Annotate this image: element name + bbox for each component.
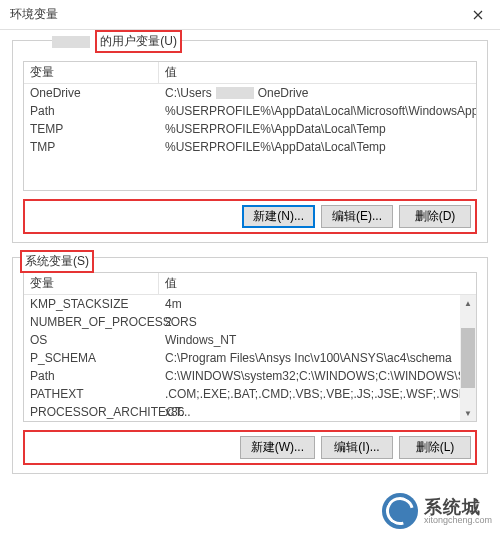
list-header: 变量 值 — [24, 62, 476, 84]
user-variables-list[interactable]: 变量 值 OneDrive C:\Users OneDrive Path — [23, 61, 477, 191]
user-delete-button[interactable]: 删除(D) — [399, 205, 471, 228]
val-prefix: C:\Users — [165, 86, 212, 100]
scroll-up-icon[interactable]: ▲ — [460, 295, 476, 311]
header-variable-col[interactable]: 变量 — [24, 273, 159, 294]
var-cell: NUMBER_OF_PROCESSORS — [24, 313, 159, 331]
system-variables-group: 系统变量(S) 变量 值 KMP_STACKSIZE 4m NUMBER_OF_… — [12, 257, 488, 474]
user-variables-label-wrap: 的用户变量(U) — [52, 30, 182, 53]
var-cell: KMP_STACKSIZE — [24, 295, 159, 313]
val-cell: C:\Program Files\Ansys Inc\v100\ANSYS\ac… — [159, 349, 476, 367]
close-icon — [473, 10, 483, 20]
watermark-cn: 系统城 — [424, 498, 492, 516]
var-cell: PROCESSOR_ARCHITECT... — [24, 403, 159, 421]
watermark-logo-icon — [382, 493, 418, 529]
masked-username — [216, 87, 254, 99]
masked-username — [52, 36, 90, 48]
scroll-thumb[interactable] — [461, 328, 475, 388]
table-row[interactable]: Path C:\WINDOWS\system32;C:\WINDOWS;C:\W… — [24, 367, 476, 385]
val-cell: C:\Users OneDrive — [159, 84, 476, 102]
val-suffix: OneDrive — [258, 86, 309, 100]
var-cell: TMP — [24, 138, 159, 156]
user-variables-box: 变量 值 OneDrive C:\Users OneDrive Path — [12, 40, 488, 243]
table-row[interactable]: OneDrive C:\Users OneDrive — [24, 84, 476, 102]
val-cell: 4m — [159, 295, 476, 313]
val-cell: %USERPROFILE%\AppData\Local\Temp — [159, 138, 476, 156]
system-variables-list[interactable]: 变量 值 KMP_STACKSIZE 4m NUMBER_OF_PROCESSO… — [23, 272, 477, 422]
system-buttons-row: 新建(W)... 编辑(I)... 删除(L) — [23, 430, 477, 465]
header-variable-col[interactable]: 变量 — [24, 62, 159, 83]
var-cell: OneDrive — [24, 84, 159, 102]
table-row[interactable]: NUMBER_OF_PROCESSORS 2 — [24, 313, 476, 331]
list-header: 变量 值 — [24, 273, 476, 295]
table-row[interactable]: TEMP %USERPROFILE%\AppData\Local\Temp — [24, 120, 476, 138]
header-value-col[interactable]: 值 — [159, 273, 476, 294]
watermark-en: xitongcheng.com — [424, 516, 492, 525]
val-cell: .COM;.EXE;.BAT;.CMD;.VBS;.VBE;.JS;.JSE;.… — [159, 385, 476, 403]
user-variables-label: 的用户变量(U) — [95, 30, 182, 53]
var-cell: PATHEXT — [24, 385, 159, 403]
dialog-title-bar: 环境变量 — [0, 0, 500, 30]
var-cell: Path — [24, 102, 159, 120]
table-row[interactable]: TMP %USERPROFILE%\AppData\Local\Temp — [24, 138, 476, 156]
system-variables-box: 变量 值 KMP_STACKSIZE 4m NUMBER_OF_PROCESSO… — [12, 257, 488, 474]
val-cell: Windows_NT — [159, 331, 476, 349]
table-row[interactable]: PROCESSOR_ARCHITECT... x86 — [24, 403, 476, 421]
val-cell: 2 — [159, 313, 476, 331]
val-cell: %USERPROFILE%\AppData\Local\Temp — [159, 120, 476, 138]
val-cell: x86 — [159, 403, 476, 421]
user-edit-button[interactable]: 编辑(E)... — [321, 205, 393, 228]
system-list-body: KMP_STACKSIZE 4m NUMBER_OF_PROCESSORS 2 … — [24, 295, 476, 421]
var-cell: TEMP — [24, 120, 159, 138]
table-row[interactable]: P_SCHEMA C:\Program Files\Ansys Inc\v100… — [24, 349, 476, 367]
watermark-text: 系统城 xitongcheng.com — [424, 498, 492, 525]
table-row[interactable]: PATHEXT .COM;.EXE;.BAT;.CMD;.VBS;.VBE;.J… — [24, 385, 476, 403]
var-cell: Path — [24, 367, 159, 385]
header-value-col[interactable]: 值 — [159, 62, 476, 83]
dialog-body: 的用户变量(U) 变量 值 OneDrive C:\Users OneDrive — [0, 30, 500, 474]
var-cell: OS — [24, 331, 159, 349]
table-row[interactable]: Path %USERPROFILE%\AppData\Local\Microso… — [24, 102, 476, 120]
user-new-button[interactable]: 新建(N)... — [242, 205, 315, 228]
table-row[interactable]: OS Windows_NT — [24, 331, 476, 349]
system-variables-label: 系统变量(S) — [20, 250, 94, 273]
user-variables-group: 的用户变量(U) 变量 值 OneDrive C:\Users OneDrive — [12, 40, 488, 243]
scroll-down-icon[interactable]: ▼ — [460, 405, 476, 421]
var-cell: P_SCHEMA — [24, 349, 159, 367]
table-row[interactable]: KMP_STACKSIZE 4m — [24, 295, 476, 313]
user-list-body: OneDrive C:\Users OneDrive Path %USERPRO… — [24, 84, 476, 156]
scrollbar[interactable]: ▲ ▼ — [460, 295, 476, 421]
watermark: 系统城 xitongcheng.com — [382, 493, 492, 529]
close-button[interactable] — [455, 0, 500, 30]
dialog-title: 环境变量 — [10, 6, 58, 23]
system-edit-button[interactable]: 编辑(I)... — [321, 436, 393, 459]
system-new-button[interactable]: 新建(W)... — [240, 436, 315, 459]
val-cell: C:\WINDOWS\system32;C:\WINDOWS;C:\WINDOW… — [159, 367, 476, 385]
system-delete-button[interactable]: 删除(L) — [399, 436, 471, 459]
val-cell: %USERPROFILE%\AppData\Local\Microsoft\Wi… — [159, 102, 476, 120]
user-buttons-row: 新建(N)... 编辑(E)... 删除(D) — [23, 199, 477, 234]
